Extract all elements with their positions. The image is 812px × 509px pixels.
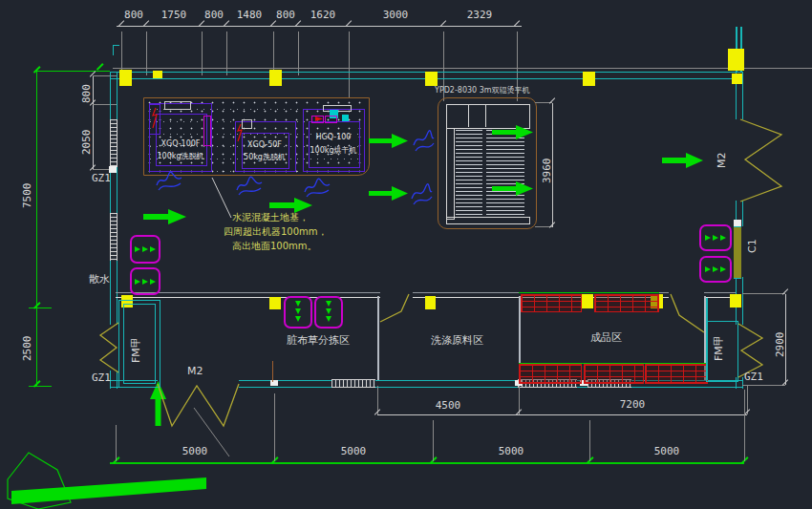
label-sanshui: 散水 — [89, 273, 110, 286]
ironer-bottom-band — [446, 217, 530, 224]
extension-line — [36, 71, 110, 72]
cad-floor-plan-canvas: 800 1750 800 1480 800 1620 3000 2329 750… — [0, 0, 812, 509]
site-boundary-decor — [0, 418, 220, 509]
extension-line — [742, 293, 785, 294]
mark-m2-bottom: M2 — [187, 365, 203, 377]
door-fm-left — [96, 321, 121, 374]
dim-line-bottom-inner — [377, 414, 747, 415]
shelving-rack — [645, 364, 708, 384]
window-left-2 — [110, 213, 118, 261]
cart-arrows-icon — [135, 278, 156, 286]
dim-line-top — [117, 26, 522, 27]
dim-top-1: 800 — [113, 9, 155, 21]
ironer-rollers-right — [486, 130, 524, 216]
cart-arrows-icon — [705, 234, 726, 242]
column — [119, 70, 132, 86]
cart-arrows-icon — [325, 301, 332, 324]
ironer-divider — [468, 104, 469, 127]
zone-label-finished: 成品区 — [590, 331, 622, 344]
dim-line-left-inner — [93, 76, 94, 170]
dim-left-2050: 2050 — [80, 130, 93, 156]
shelving-rack — [521, 294, 582, 312]
duct-marker — [342, 115, 349, 121]
machine-washer-50kg-body — [242, 133, 289, 169]
column — [425, 296, 436, 309]
zone-label-sorting: 脏布草分拣区 — [287, 334, 350, 347]
extension-line — [589, 420, 590, 461]
extension-line — [146, 32, 147, 75]
window-bottom-1 — [331, 379, 375, 388]
mark-gz1-topleft: GZ1 — [92, 172, 111, 184]
laundry-cart — [130, 235, 160, 264]
utility-symbol — [235, 175, 264, 198]
dim-3960: 3960 — [541, 159, 553, 184]
break-line — [189, 401, 246, 468]
dim-2900: 2900 — [774, 332, 786, 358]
column — [581, 294, 593, 308]
window-c1 — [734, 226, 741, 279]
machine-door — [164, 101, 191, 110]
power-bolt-icon — [151, 107, 159, 130]
wall-marker — [109, 166, 117, 173]
reference-line — [113, 68, 812, 69]
laundry-cart — [130, 267, 160, 295]
extension-line — [272, 361, 273, 382]
window-left-1 — [110, 119, 118, 167]
annotation-line-1: 水泥混凝土地基， — [232, 210, 309, 224]
wall-stub-topleft — [113, 45, 114, 55]
shelving-rack — [594, 294, 659, 312]
dim-line-left-outer — [36, 72, 37, 386]
column — [730, 294, 741, 308]
column — [728, 49, 744, 71]
extension-line — [349, 32, 350, 101]
dim-left-7500: 7500 — [21, 183, 33, 209]
flow-arrow-right-icon — [369, 186, 409, 201]
connector — [325, 116, 337, 123]
laundry-cart — [284, 296, 312, 329]
column — [583, 72, 595, 86]
dim-5000-3: 5000 — [487, 445, 535, 457]
dim-left-2500: 2500 — [21, 336, 33, 362]
ironer-divider — [485, 104, 486, 127]
flow-arrow-right-icon — [143, 209, 187, 224]
column — [153, 71, 162, 78]
column — [732, 74, 742, 84]
dim-top-7: 3000 — [374, 9, 417, 21]
rack-edge-line — [519, 292, 659, 293]
door-m2-right — [737, 116, 785, 203]
flow-mini-arrow-icon — [315, 117, 323, 121]
dim-top-2: 1750 — [153, 9, 195, 21]
machine-desc: 100kg烘干机 — [304, 146, 363, 155]
cart-arrows-icon — [705, 265, 726, 273]
dim-top-8: 2329 — [459, 9, 501, 21]
machine-model: XGQ-50F — [235, 140, 294, 149]
mark-m2-right: M2 — [716, 153, 728, 169]
wall-stub-topleft — [113, 45, 119, 46]
extension-line — [202, 32, 203, 75]
flow-arrow-right-icon — [492, 181, 534, 196]
flow-arrow-right-icon — [662, 153, 704, 168]
mark-fm-right: FM甲 — [713, 335, 725, 361]
machine-desc: 50kg洗脱机 — [235, 153, 294, 161]
annotation-line-2: 四周超出机器100mm， — [224, 224, 328, 239]
dim-left-800: 800 — [80, 84, 93, 103]
extension-line — [226, 32, 227, 75]
annotation-line-3: 高出地面100mm。 — [232, 239, 317, 253]
mark-gz1-bottomright: GZ1 — [744, 371, 763, 383]
flow-arrow-right-icon — [369, 134, 409, 148]
mark-gz1-bottomleft: GZ1 — [92, 371, 111, 384]
extension-line — [433, 420, 434, 461]
shelving-rack — [584, 364, 644, 384]
extension-line — [742, 385, 785, 386]
machine-dryer-100kg-body — [309, 121, 360, 168]
cart-arrows-icon — [135, 245, 156, 253]
ironer-label: YPD2-8030 3m双辊烫平机 — [435, 86, 559, 95]
zone-label-washing: 洗涤原料区 — [431, 334, 483, 347]
dim-7200: 7200 — [609, 398, 656, 411]
ironer-rollers-left — [456, 130, 482, 216]
machine-model: XGQ-100F — [151, 139, 210, 148]
laundry-cart — [699, 224, 732, 251]
extension-line — [298, 32, 299, 75]
column — [269, 297, 281, 309]
extension-line — [274, 393, 275, 461]
